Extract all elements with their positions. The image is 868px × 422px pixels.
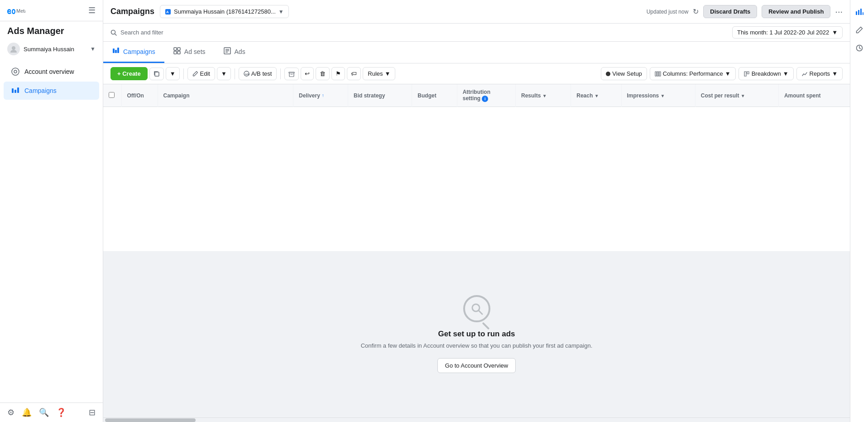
tab-campaigns[interactable]: Campaigns — [103, 42, 164, 63]
svg-rect-33 — [858, 10, 859, 15]
meta-logo-svg: Meta — [7, 7, 25, 14]
archive-button[interactable] — [284, 68, 299, 80]
tab-campaigns-label: Campaigns — [123, 48, 155, 55]
svg-rect-4 — [12, 88, 14, 93]
tab-ad-sets[interactable]: Ad sets — [164, 42, 215, 63]
review-publish-button[interactable]: Review and Publish — [762, 5, 830, 18]
topbar: Campaigns A Summaiya Hussain (1876141272… — [103, 0, 850, 24]
scrollbar-thumb[interactable] — [105, 418, 196, 422]
account-selector-text: Summaiya Hussain (1876141272580... — [174, 8, 276, 15]
breakdown-button[interactable]: Breakdown ▼ — [739, 67, 794, 80]
svg-point-1 — [12, 46, 15, 50]
svg-rect-17 — [177, 51, 180, 54]
th-attribution[interactable]: Attributionsetting i — [457, 84, 515, 107]
th-onoff-label: Off/On — [127, 92, 144, 99]
columns-icon — [655, 71, 661, 77]
archive-icon — [288, 71, 295, 77]
columns-label: Columns: Performance — [663, 70, 723, 77]
svg-rect-14 — [174, 48, 177, 50]
sidebar-item-campaigns[interactable]: Campaigns — [4, 82, 99, 100]
horizontal-scrollbar[interactable] — [103, 417, 850, 422]
tag-button[interactable]: 🏷 — [347, 67, 361, 80]
campaigns-icon — [11, 86, 20, 95]
user-selector[interactable]: Summaiya Hussain ▼ — [0, 39, 103, 59]
svg-text:Meta: Meta — [16, 8, 25, 14]
th-reach[interactable]: Reach ▼ — [571, 84, 621, 107]
columns-button[interactable]: Columns: Performance ▼ — [650, 67, 736, 80]
view-setup-button[interactable]: View Setup — [601, 67, 647, 80]
right-clock-icon[interactable] — [851, 40, 868, 56]
view-setup-label: View Setup — [612, 70, 642, 77]
go-to-account-overview-button[interactable]: Go to Account Overview — [437, 358, 516, 373]
topbar-left: Campaigns A Summaiya Hussain (1876141272… — [110, 5, 289, 18]
settings-icon[interactable]: ⚙ — [7, 407, 14, 417]
discard-drafts-button[interactable]: Discard Drafts — [703, 5, 757, 18]
search-icon[interactable]: 🔍 — [39, 407, 49, 417]
toolbar-divider-2 — [235, 68, 235, 79]
campaigns-tab-icon — [112, 47, 120, 56]
right-sidebar — [850, 0, 868, 422]
right-pencil-icon[interactable] — [851, 22, 868, 38]
flag-button[interactable]: ⚑ — [331, 67, 345, 80]
search-filter[interactable]: Search and filter — [110, 29, 163, 36]
help-icon[interactable]: ❓ — [56, 407, 66, 417]
svg-rect-15 — [177, 48, 180, 50]
attribution-info-icon[interactable]: i — [482, 96, 488, 102]
hamburger-icon[interactable]: ☰ — [88, 5, 96, 15]
th-bid-strategy[interactable]: Bid strategy — [348, 84, 412, 107]
date-range-chevron-icon: ▼ — [832, 29, 838, 36]
refresh-icon[interactable]: ↻ — [693, 7, 699, 16]
th-results[interactable]: Results ▼ — [516, 84, 571, 107]
th-delivery-label: Delivery — [299, 92, 320, 99]
reports-button[interactable]: Reports ▼ — [796, 67, 843, 80]
svg-rect-16 — [174, 51, 177, 54]
main-inner: Off/On Campaign Delivery ↑ Bid s — [103, 84, 850, 422]
select-all-checkbox[interactable] — [109, 92, 115, 98]
more-actions-button[interactable]: ▼ — [166, 67, 180, 80]
toolbar-divider-3 — [280, 68, 281, 79]
svg-rect-13 — [117, 48, 119, 53]
th-delivery[interactable]: Delivery ↑ — [293, 84, 348, 107]
th-campaign[interactable]: Campaign — [158, 84, 293, 107]
tabs-bar: Campaigns Ad sets — [103, 42, 850, 63]
duplicate-icon — [153, 71, 160, 77]
empty-subtitle: Confirm a few details in Account overvie… — [361, 342, 593, 349]
duplicate-button[interactable] — [149, 68, 164, 80]
date-range-selector[interactable]: This month: 1 Jul 2022-20 Jul 2022 ▼ — [732, 26, 843, 39]
sidebar-item-account-overview[interactable]: Account overview — [4, 63, 99, 81]
avatar — [7, 43, 20, 55]
th-budget[interactable]: Budget — [412, 84, 457, 107]
create-button[interactable]: + Create — [110, 67, 148, 80]
th-amount-spent-label: Amount spent — [784, 92, 821, 99]
delete-button[interactable]: 🗑 — [316, 67, 330, 80]
account-selector[interactable]: A Summaiya Hussain (1876141272580... ▼ — [160, 5, 289, 18]
account-selector-icon: A — [165, 9, 171, 15]
edit-label: Edit — [200, 70, 210, 77]
th-cost-per-result-label: Cost per result — [701, 92, 739, 99]
bell-icon[interactable]: 🔔 — [22, 407, 32, 417]
undo-button[interactable]: ↩ — [301, 67, 314, 80]
delivery-sort-icon: ↑ — [322, 93, 324, 98]
sidebar-footer: ⚙ 🔔 🔍 ❓ ⊟ — [0, 403, 103, 422]
tab-ads[interactable]: Ads — [215, 42, 254, 63]
tab-ad-sets-label: Ad sets — [184, 48, 206, 55]
edit-more-button[interactable]: ▼ — [217, 67, 231, 80]
ab-test-button[interactable]: A/B A/B test — [239, 67, 277, 80]
th-onoff: Off/On — [121, 84, 158, 107]
campaigns-table: Off/On Campaign Delivery ↑ Bid s — [103, 84, 850, 107]
th-campaign-label: Campaign — [163, 92, 190, 99]
th-impressions[interactable]: Impressions ▼ — [621, 84, 695, 107]
th-cost-per-result[interactable]: Cost per result ▼ — [695, 84, 778, 107]
svg-point-3 — [14, 70, 17, 73]
svg-rect-22 — [155, 72, 159, 76]
th-bid-strategy-label: Bid strategy — [354, 92, 385, 99]
updated-text: Updated just now — [647, 9, 689, 15]
more-options-icon[interactable]: ··· — [835, 6, 843, 17]
th-attribution-label: Attributionsetting i — [463, 89, 490, 102]
edit-button[interactable]: Edit — [187, 67, 215, 80]
panel-icon[interactable]: ⊟ — [89, 407, 96, 417]
th-amount-spent[interactable]: Amount spent — [778, 84, 850, 107]
table-head: Off/On Campaign Delivery ↑ Bid s — [103, 84, 850, 107]
rules-button[interactable]: Rules ▼ — [363, 67, 395, 80]
right-bar-chart-icon[interactable] — [851, 4, 868, 20]
